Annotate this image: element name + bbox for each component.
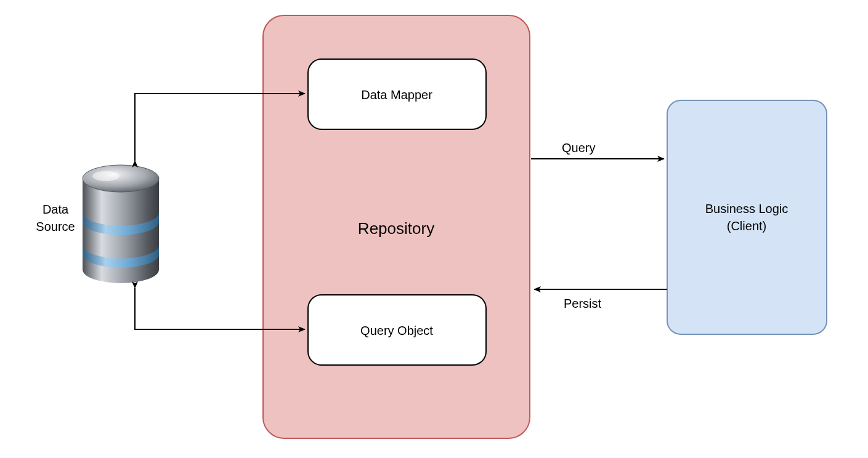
data-source-icon xyxy=(83,165,159,283)
query-object-label: Query Object xyxy=(360,324,433,337)
svg-rect-3 xyxy=(667,100,827,334)
data-source-label-line1: Data xyxy=(43,203,69,216)
data-mapper-box: Data Mapper xyxy=(308,59,486,129)
diagram-canvas: Repository Data Mapper Query Object Busi… xyxy=(0,0,868,458)
arrow-query-label: Query xyxy=(562,141,595,155)
data-mapper-label: Data Mapper xyxy=(361,88,432,102)
repository-container: Repository Data Mapper Query Object xyxy=(263,15,530,438)
svg-point-4 xyxy=(83,165,159,192)
client-label-line1: Business Logic xyxy=(705,202,789,215)
arrow-persist-label: Persist xyxy=(564,297,602,310)
repository-label: Repository xyxy=(358,219,434,238)
query-object-box: Query Object xyxy=(308,295,486,365)
client-label-line2: (Client) xyxy=(727,219,766,233)
svg-point-5 xyxy=(92,171,120,181)
data-source-label-line2: Source xyxy=(36,220,75,233)
client-box: Business Logic (Client) xyxy=(667,100,827,334)
